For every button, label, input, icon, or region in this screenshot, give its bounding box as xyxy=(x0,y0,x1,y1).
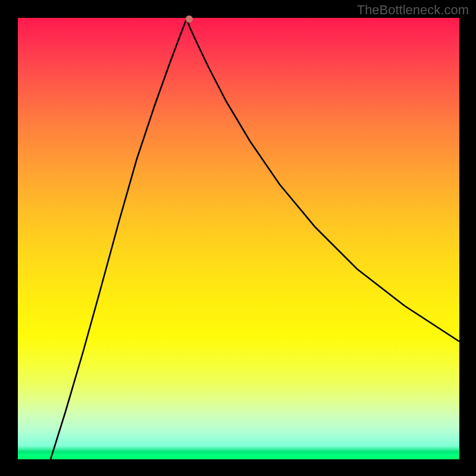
curve-right-branch xyxy=(187,19,460,342)
curve-min-marker xyxy=(186,15,193,23)
curve-left-branch xyxy=(51,19,187,459)
watermark-text: TheBottleneck.com xyxy=(357,2,469,18)
plot-gradient-area xyxy=(18,18,459,459)
curve-svg xyxy=(18,18,459,459)
